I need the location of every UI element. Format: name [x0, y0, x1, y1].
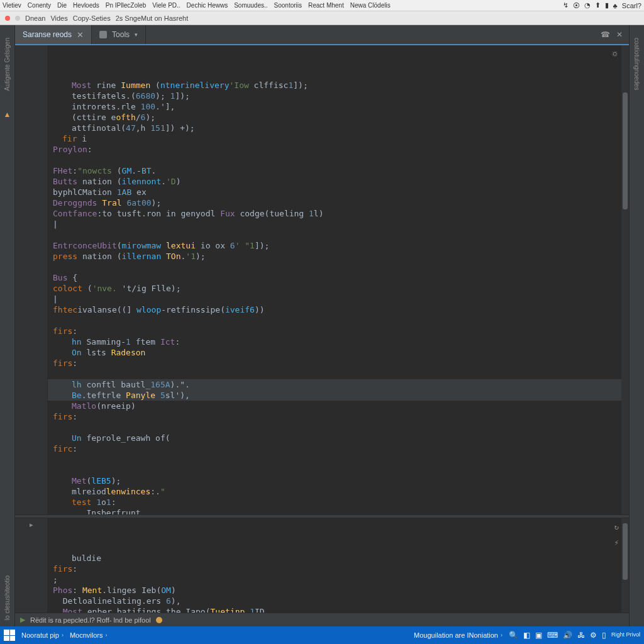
right-tool-strip: coatiotulingnoedes: [629, 25, 644, 626]
flash-icon[interactable]: ⚡: [614, 538, 619, 548]
code-pane-bottom-wrap: ▸ ↻ ⚡ buldiefirs:;Phos: Ment.linges Ieb(…: [15, 518, 629, 613]
tray-icon[interactable]: ⬆: [595, 1, 601, 9]
tray-icon[interactable]: ↯: [563, 1, 569, 9]
tab-label: Tools: [112, 30, 130, 39]
tray-clock-text: Right Privol: [611, 632, 640, 638]
ide-body: Autigente Gelsigen ▲ lo clesushiteotio S…: [0, 25, 644, 626]
menu-item[interactable]: Viele PD..: [152, 2, 180, 9]
phone-icon[interactable]: ☎: [601, 30, 610, 39]
window-titlebar: Dnean Vides Copy-Seties 2s SngeMut on Ha…: [0, 11, 644, 25]
tray-icon[interactable]: ◔: [584, 1, 591, 9]
status-bar: ▶ Rëdit is ra pepcled.l? Roff- lnd be pi…: [15, 613, 629, 626]
title-part: 2s SngeMut on Hasreht: [116, 14, 189, 22]
side-label[interactable]: Autigente Gelsigen: [4, 38, 11, 91]
menu-item[interactable]: Pn IPllecZoleb: [106, 2, 146, 9]
tray-icon[interactable]: 🔍: [509, 631, 518, 640]
side-label-lower[interactable]: lo clesushiteotio: [4, 575, 11, 620]
cog-icon[interactable]: ⛭: [611, 49, 619, 60]
os-menubar: Vietiev Conenty Die Hevloeds Pn IPllecZo…: [0, 0, 644, 11]
play-gutter-icon[interactable]: ▸: [15, 518, 47, 529]
menu-item[interactable]: Somuudes..: [234, 2, 267, 9]
menu-item[interactable]: Conenty: [28, 2, 51, 9]
menu-item[interactable]: Die: [57, 2, 67, 9]
taskbar-item[interactable]: Nooratut pip›: [21, 631, 64, 639]
refresh-icon[interactable]: ↻: [614, 522, 619, 533]
taskbar-tray: 🔍 ◧ ▣ ⌨ 🔊 🖧 ⚙ ▯ Right Privol: [509, 631, 640, 640]
taskbar-item[interactable]: Mocnvilors›: [70, 631, 108, 639]
system-tray: ↯ ⦿ ◔ ⬆ ▮ ♣ Scarl?: [563, 1, 641, 9]
start-button[interactable]: [4, 630, 15, 641]
tab-close-icon[interactable]: ✕: [77, 30, 84, 40]
window-min-dot[interactable]: [15, 16, 20, 21]
code-editor[interactable]: ⛭ Most rine Iummen (ntnerinelivery'Iow c…: [48, 45, 621, 514]
menu-item[interactable]: Soontoriis: [274, 2, 302, 9]
tray-icon[interactable]: ♣: [613, 2, 618, 9]
tray-icon[interactable]: ⦿: [573, 2, 580, 9]
title-part: Dnean: [25, 14, 45, 22]
tray-icon[interactable]: ⚙: [590, 631, 597, 640]
code-pane-top: ⛭ Most rine Iummen (ntnerinelivery'Iow c…: [15, 45, 629, 514]
tab-more-icon[interactable]: ▾: [135, 31, 138, 38]
file-icon: [99, 31, 107, 38]
tray-icon[interactable]: 🔊: [563, 631, 572, 640]
title-part: Vides: [50, 14, 67, 22]
menu-item[interactable]: Vietiev: [3, 2, 21, 9]
side-label[interactable]: coatiotulingnoedes: [633, 38, 640, 90]
tray-icon[interactable]: ▮: [605, 1, 609, 9]
tray-icon[interactable]: ◧: [523, 631, 530, 640]
tray-icon[interactable]: ▣: [535, 631, 542, 640]
warning-icon[interactable]: ▲: [4, 110, 11, 119]
editor-tab[interactable]: Tools ▾: [92, 25, 146, 44]
run-icon[interactable]: ▶: [20, 616, 25, 624]
tab-label: Saranse reods: [23, 30, 72, 39]
tray-text: Scarl?: [622, 2, 641, 9]
menu-item[interactable]: Hevloeds: [73, 2, 99, 9]
title-part: Copy-Seties: [73, 14, 111, 22]
editor-tabbar: Saranse reods ✕ Tools ▾ ☎ ✕: [15, 25, 629, 45]
window-close-dot[interactable]: [5, 16, 10, 21]
vertical-scrollbar[interactable]: [621, 518, 629, 613]
tray-icon[interactable]: ⌨: [547, 631, 558, 640]
code-editor-lower[interactable]: ↻ ⚡ buldiefirs:;Phos: Ment.linges Ieb(OM…: [48, 518, 621, 613]
menu-item[interactable]: React Mhent: [308, 2, 344, 9]
editor-tab-active[interactable]: Saranse reods ✕: [15, 25, 92, 44]
vertical-scrollbar[interactable]: [621, 45, 629, 514]
menu-item[interactable]: Newa Clödelis: [350, 2, 391, 9]
left-tool-strip: Autigente Gelsigen ▲ lo clesushiteotio: [0, 25, 15, 626]
bulb-icon[interactable]: [156, 617, 162, 623]
taskbar-item[interactable]: Mouguilation are INoniation›: [414, 631, 502, 639]
tray-icon[interactable]: 🖧: [577, 631, 585, 640]
os-taskbar: Nooratut pip› Mocnvilors› Mouguilation a…: [0, 626, 644, 644]
close-panel-icon[interactable]: ✕: [616, 30, 623, 39]
line-gutter[interactable]: [15, 45, 48, 514]
editor-area: Saranse reods ✕ Tools ▾ ☎ ✕ ⛭ Most rine …: [15, 25, 629, 626]
line-gutter[interactable]: ▸: [15, 518, 48, 613]
menu-item[interactable]: Dechic Hewws: [187, 2, 228, 9]
status-text: Rëdit is ra pepcled.l? Roff- lnd be pifo…: [30, 616, 151, 624]
tray-icon[interactable]: ▯: [602, 631, 606, 640]
